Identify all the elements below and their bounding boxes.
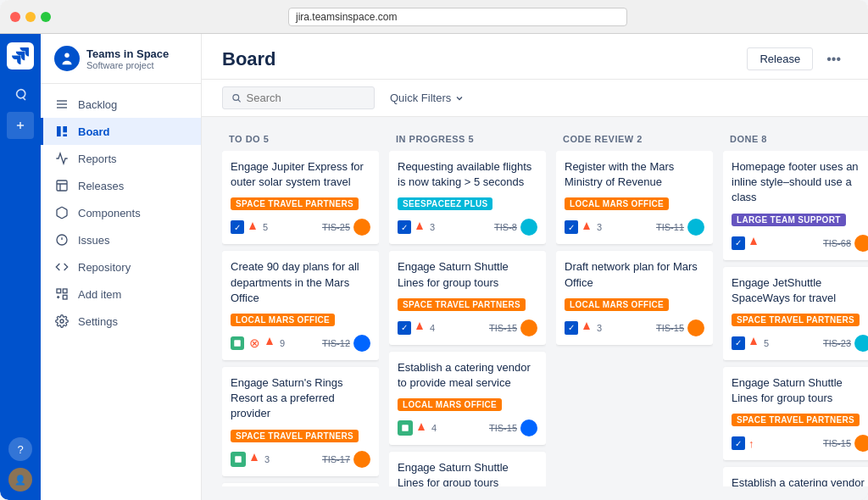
page-header: Board Release ••• bbox=[202, 34, 868, 80]
quick-filters-label: Quick Filters bbox=[390, 92, 451, 104]
jira-logo[interactable] bbox=[7, 42, 34, 69]
board-area: TO DO 5Engage Jupiter Express for outer … bbox=[202, 117, 868, 500]
card[interactable]: Engage Saturn's Rings Resort as a prefer… bbox=[222, 367, 379, 476]
more-options-button[interactable]: ••• bbox=[820, 48, 848, 70]
card-count: 3 bbox=[597, 323, 602, 333]
board-label: Board bbox=[78, 125, 110, 138]
card[interactable]: Engage Jupiter Express for outer solar s… bbox=[222, 151, 379, 244]
card[interactable]: Requesting available flights is now taki… bbox=[389, 151, 546, 244]
sidebar-item-backlog[interactable]: Backlog bbox=[41, 91, 201, 118]
svg-rect-19 bbox=[235, 456, 242, 463]
chevron-down-icon bbox=[454, 93, 465, 103]
svg-rect-14 bbox=[63, 295, 67, 299]
card-id: TIS-8 bbox=[494, 222, 517, 232]
card-id: TIS-68 bbox=[823, 238, 851, 248]
search-nav-icon[interactable] bbox=[7, 81, 34, 108]
close-button[interactable] bbox=[10, 12, 20, 22]
card-footer: ✓3TIS-15 bbox=[565, 319, 704, 336]
card[interactable]: Establish a catering vendor to provide m… bbox=[389, 352, 546, 445]
project-name: Teams in Space bbox=[86, 47, 169, 60]
components-icon bbox=[54, 205, 70, 220]
user-avatar[interactable]: 👤 bbox=[8, 468, 32, 492]
card[interactable]: Engage Saturn Shuttle Lines for group to… bbox=[723, 367, 868, 460]
card-title: Homepage footer uses an inline style–sho… bbox=[732, 159, 868, 206]
sidebar-item-settings[interactable]: Settings bbox=[41, 308, 201, 335]
card-id: TIS-15 bbox=[656, 323, 684, 333]
card[interactable]: Engage Saturn Shuttle Lines for group to… bbox=[389, 452, 546, 486]
help-icon[interactable]: ? bbox=[8, 437, 32, 461]
column-cards-in-progress: Requesting available flights is now taki… bbox=[389, 151, 546, 486]
repository-label: Repository bbox=[78, 261, 131, 274]
card-title: Engage Saturn's Rings Resort as a prefer… bbox=[231, 375, 370, 422]
card-title: Requesting available flights is now taki… bbox=[398, 159, 537, 190]
column-done: DONE 8Homepage footer uses an inline sty… bbox=[723, 131, 868, 486]
card[interactable]: Establish a catering vendor to provide m… bbox=[723, 467, 868, 486]
priority-icon bbox=[415, 221, 425, 234]
column-code-review: CODE REVIEW 2Register with the Mars Mini… bbox=[556, 131, 713, 486]
sidebar-item-issues[interactable]: Issues bbox=[41, 226, 201, 253]
card-title: Register with the Mars Ministry of Reven… bbox=[565, 159, 704, 190]
card-footer: 3TIS-17 bbox=[231, 451, 370, 468]
card-title: Establish a catering vendor to provide m… bbox=[398, 360, 537, 391]
card-label: LOCAL MARS OFFICE bbox=[398, 398, 502, 411]
address-bar[interactable]: jira.teamsinspace.com bbox=[288, 8, 627, 26]
maximize-button[interactable] bbox=[41, 12, 51, 22]
card[interactable]: Draft network plan for Mars OfficeLOCAL … bbox=[556, 251, 713, 344]
project-icon bbox=[54, 46, 80, 71]
card[interactable]: Engage Saturn Shuttle Lines for group to… bbox=[389, 251, 546, 344]
svg-rect-13 bbox=[63, 289, 67, 293]
card-count: 9 bbox=[280, 338, 285, 348]
sidebar-item-components[interactable]: Components bbox=[41, 199, 201, 226]
create-nav-icon[interactable] bbox=[7, 112, 34, 139]
releases-label: Releases bbox=[78, 180, 124, 192]
svg-rect-2 bbox=[57, 100, 67, 101]
card-avatar bbox=[687, 219, 704, 236]
card[interactable]: Homepage footer uses an inline style–sho… bbox=[723, 151, 868, 260]
card-label: LOCAL MARS OFFICE bbox=[565, 197, 669, 210]
card-avatar bbox=[353, 219, 370, 236]
sidebar-item-repository[interactable]: Repository bbox=[41, 253, 201, 281]
search-icon bbox=[231, 92, 242, 103]
sidebar-item-reports[interactable]: Reports bbox=[41, 145, 201, 172]
card[interactable]: Engage JetShuttle SpaceWays for travelSP… bbox=[723, 267, 868, 360]
sidebar-item-board[interactable]: Board bbox=[41, 118, 201, 145]
priority-icon bbox=[748, 236, 759, 249]
card-footer: ✓5TIS-23 bbox=[732, 335, 868, 352]
card-title: Establish a catering vendor to provide m… bbox=[732, 475, 868, 486]
minimize-button[interactable] bbox=[25, 12, 36, 22]
global-nav: ? 👤 bbox=[0, 34, 41, 500]
quick-filters-button[interactable]: Quick Filters bbox=[383, 87, 471, 108]
settings-label: Settings bbox=[78, 315, 118, 328]
svg-rect-4 bbox=[57, 107, 67, 108]
svg-point-15 bbox=[60, 319, 64, 323]
board-icon bbox=[54, 124, 70, 139]
svg-point-16 bbox=[233, 95, 239, 101]
card[interactable]: Enable Speedy SpaceCraft as the preferre… bbox=[222, 483, 379, 487]
priority-icon bbox=[748, 336, 759, 349]
title-bar: jira.teamsinspace.com bbox=[0, 0, 868, 34]
card-count: 4 bbox=[430, 323, 435, 333]
card-type-icon: ✓ bbox=[732, 336, 745, 350]
add-item-label: Add item bbox=[78, 288, 121, 301]
search-input[interactable] bbox=[247, 92, 365, 104]
sidebar-item-add-item[interactable]: Add item bbox=[41, 281, 201, 308]
card-title: Engage Saturn Shuttle Lines for group to… bbox=[398, 460, 537, 486]
priority-icon bbox=[249, 453, 259, 465]
card[interactable]: Create 90 day plans for all departments … bbox=[222, 251, 379, 360]
card-id: TIS-11 bbox=[656, 222, 684, 232]
app-body: ? 👤 Teams in Space Software project bbox=[0, 34, 868, 500]
release-button[interactable]: Release bbox=[747, 47, 813, 70]
column-cards-todo: Engage Jupiter Express for outer solar s… bbox=[222, 151, 379, 486]
reports-icon bbox=[54, 151, 70, 166]
card[interactable]: Register with the Mars Ministry of Reven… bbox=[556, 151, 713, 244]
card-label: LARGE TEAM SUPPORT bbox=[732, 214, 846, 226]
card-id: TIS-15 bbox=[489, 323, 517, 333]
sidebar-item-releases[interactable]: Releases bbox=[41, 172, 201, 199]
svg-rect-6 bbox=[63, 126, 67, 132]
card-avatar bbox=[520, 319, 537, 336]
card-label: SPACE TRAVEL PARTNERS bbox=[398, 298, 526, 311]
priority-icon bbox=[248, 221, 258, 234]
card-count: 3 bbox=[597, 222, 602, 232]
card-id: TIS-17 bbox=[322, 454, 350, 464]
search-box[interactable] bbox=[222, 86, 375, 109]
